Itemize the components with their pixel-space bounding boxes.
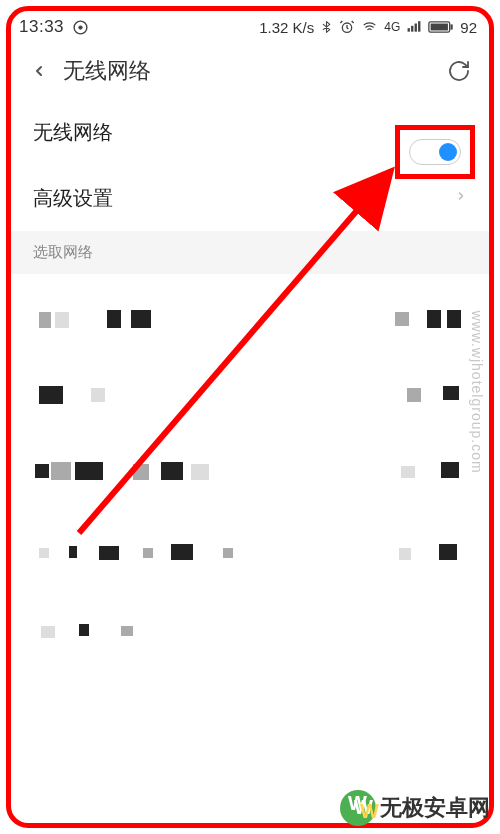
list-item[interactable]	[11, 282, 489, 352]
chevron-right-icon	[455, 185, 467, 211]
list-item[interactable]	[11, 592, 489, 662]
watermark-brand: WWW 无极安卓网	[340, 790, 490, 826]
signal-icon	[406, 20, 422, 34]
list-item[interactable]	[11, 432, 489, 512]
watermark-logo-icon: WWW	[340, 790, 376, 826]
refresh-button[interactable]	[443, 55, 475, 87]
advanced-label: 高级设置	[33, 185, 455, 212]
list-item[interactable]	[11, 512, 489, 592]
wifi-toggle[interactable]	[409, 139, 461, 165]
status-netspeed: 1.32 K/s	[259, 19, 314, 36]
svg-rect-6	[418, 21, 420, 32]
annotation-highlight	[395, 125, 475, 179]
section-select-network: 选取网络	[11, 231, 489, 274]
svg-rect-4	[411, 26, 413, 32]
status-time: 13:33	[19, 17, 64, 37]
sync-icon	[72, 19, 89, 36]
battery-icon	[428, 20, 454, 34]
svg-rect-3	[408, 28, 410, 32]
bluetooth-icon	[320, 19, 333, 35]
page-title: 无线网络	[63, 56, 443, 86]
svg-point-1	[78, 25, 82, 29]
svg-rect-8	[451, 24, 453, 29]
watermark-url: www.wjhotelgroup.com	[468, 310, 484, 473]
nav-bar: 无线网络	[11, 43, 489, 99]
network-list	[11, 274, 489, 662]
svg-rect-9	[431, 24, 448, 31]
alarm-icon	[339, 19, 355, 35]
back-button[interactable]	[25, 57, 53, 85]
watermark-brand-text: 无极安卓网	[380, 793, 490, 823]
wifi-label: 无线网络	[33, 119, 379, 146]
svg-rect-5	[415, 24, 417, 32]
wifi-icon	[361, 20, 378, 34]
status-battery: 92	[460, 19, 477, 36]
status-signal-label: 4G	[384, 20, 400, 34]
list-item[interactable]	[11, 352, 489, 432]
status-bar: 13:33 1.32 K/s 4G 92	[11, 11, 489, 43]
